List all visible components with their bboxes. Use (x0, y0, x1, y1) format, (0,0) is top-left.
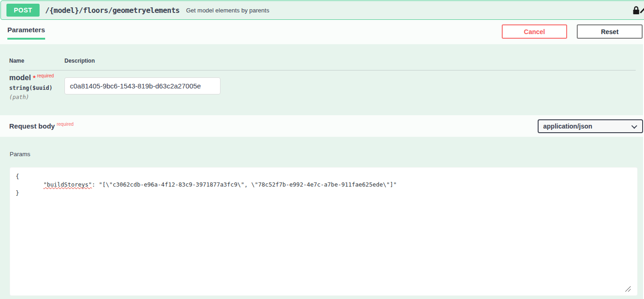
request-body-header-band: Request bodyrequired application/json (0, 115, 643, 137)
method-badge: POST (6, 4, 40, 17)
lock-icon[interactable] (631, 5, 642, 16)
description-column-header: Description (64, 58, 95, 64)
request-body-panel: Params { "buildStoreys": "[\"c3062cdb-e9… (0, 137, 643, 299)
cancel-button[interactable]: Cancel (502, 24, 567, 39)
param-value-input[interactable] (64, 77, 220, 94)
param-required-star: * (33, 74, 36, 82)
param-required-label: required (37, 73, 54, 78)
editor-line-close: } (16, 189, 19, 196)
request-body-editor[interactable]: { "buildStoreys": "[\"c3062cdb-e96a-4f12… (10, 167, 638, 296)
editor-indent (16, 181, 43, 188)
parameters-panel: Name Description model *required string(… (0, 44, 643, 115)
editor-key: "buildStoreys" (43, 181, 92, 188)
param-name-cell: model *required string($uuid) (path) (9, 74, 54, 100)
parameters-title: Parameters (7, 26, 45, 40)
editor-line-open: { (16, 173, 19, 180)
endpoint-path: /{model}/floors/geometryelements (45, 6, 180, 15)
reset-button[interactable]: Reset (577, 24, 643, 39)
table-divider (9, 70, 636, 70)
param-location: (path) (9, 94, 54, 100)
endpoint-summary-text: Get model elements by parents (186, 7, 269, 14)
params-label: Params (10, 151, 30, 158)
endpoint-summary-bar[interactable]: POST /{model}/floors/geometryelements Ge… (0, 0, 644, 20)
resize-handle[interactable] (624, 285, 631, 292)
editor-value: "[\"c3062cdb-e96a-4f12-83c9-3971877a3fc9… (99, 181, 397, 188)
parameters-header-band: Parameters Cancel Reset (0, 20, 643, 44)
request-body-title: Request body (9, 122, 55, 130)
chevron-down-icon (632, 123, 638, 129)
editor-separator: : (92, 181, 99, 188)
param-name: model (9, 74, 31, 82)
content-type-select[interactable]: application/json (538, 119, 643, 133)
request-body-required-label: required (57, 122, 74, 127)
param-type: string($uuid) (9, 85, 54, 91)
content-type-value: application/json (543, 123, 592, 130)
name-column-header: Name (9, 58, 24, 64)
